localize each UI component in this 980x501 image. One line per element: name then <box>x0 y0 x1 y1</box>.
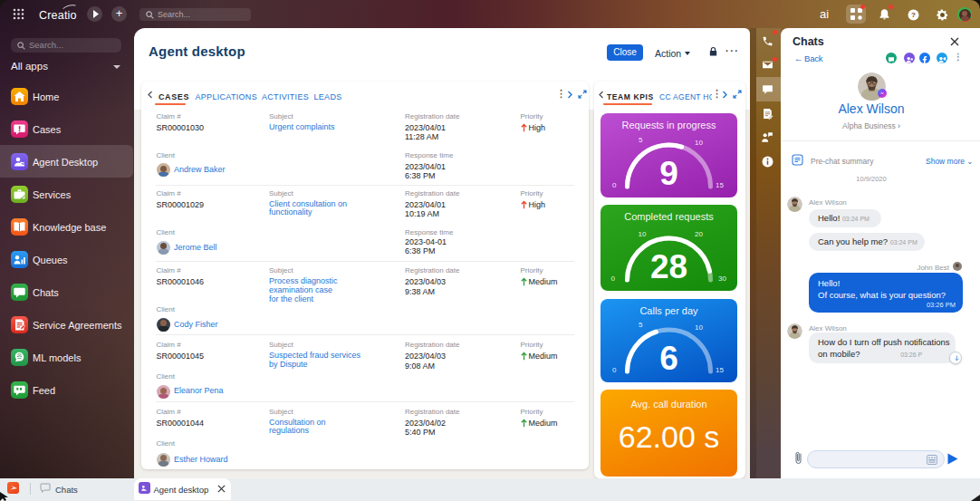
svg-text:?: ? <box>911 11 916 19</box>
